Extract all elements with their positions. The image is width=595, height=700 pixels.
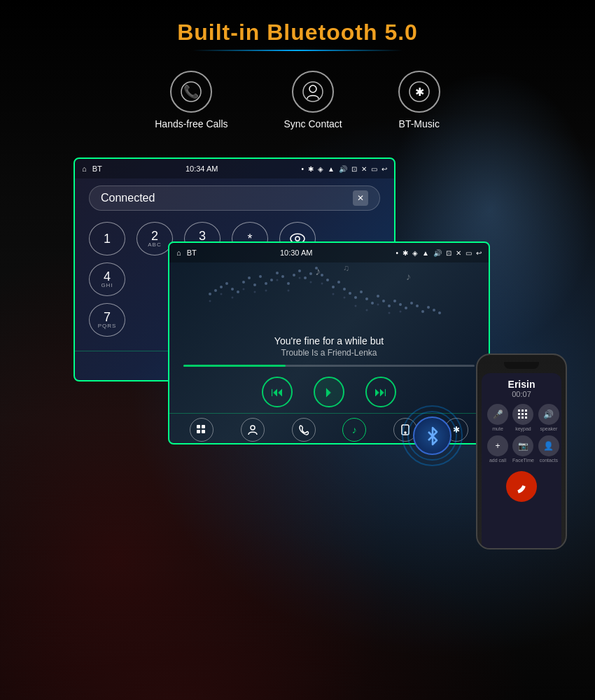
home-icon[interactable]: ⌂ (82, 164, 87, 173)
svg-point-24 (270, 279, 273, 281)
dial-4[interactable]: 4 GHI (89, 262, 125, 296)
header: Built-in Bluetooth 5.0 (0, 0, 595, 57)
svg-point-62 (288, 290, 290, 292)
speaker-icon: 🔊 (538, 404, 559, 425)
svg-point-54 (438, 312, 441, 314)
page-content: Built-in Bluetooth 5.0 📞 Hands-free Call… (0, 0, 595, 700)
svg-point-7 (295, 237, 300, 241)
end-call-button[interactable] (506, 471, 537, 502)
svg-text:♪: ♪ (315, 265, 321, 277)
speaker-label: speaker (540, 426, 557, 431)
svg-point-69 (366, 309, 368, 312)
mute-button[interactable]: 🎤 mute (487, 404, 508, 431)
svg-point-46 (393, 300, 396, 302)
keypad-button[interactable]: keypad (512, 404, 534, 431)
add-call-label: add call (489, 458, 506, 463)
svg-point-29 (298, 270, 301, 272)
svg-text:♪: ♪ (406, 271, 411, 282)
svg-rect-77 (202, 425, 205, 428)
svg-point-20 (248, 276, 251, 279)
call-duration: 00:07 (487, 390, 556, 398)
svg-point-17 (231, 288, 234, 290)
connected-text: Connected (101, 192, 155, 204)
svg-point-39 (354, 296, 357, 299)
contacts-label: contacts (540, 458, 558, 463)
facetime-label: FaceTime (512, 458, 534, 463)
svg-point-53 (433, 309, 435, 312)
connected-bar: Connected ✕ (89, 186, 380, 211)
svg-point-52 (427, 306, 430, 309)
svg-point-30 (304, 276, 307, 279)
keypad-label: keypad (515, 426, 531, 431)
svg-point-45 (388, 304, 391, 307)
play-pause-button[interactable]: ⏵ (314, 377, 344, 407)
status-bar-left: ⌂ BT (82, 164, 102, 173)
music-tab-person[interactable] (241, 418, 265, 442)
music-tab-phone[interactable] (292, 418, 316, 442)
svg-point-70 (377, 304, 379, 306)
svg-point-33 (321, 274, 323, 276)
sync-contact-label: Sync Contact (284, 118, 342, 130)
progress-bar-container[interactable] (183, 365, 475, 367)
svg-text:✱: ✱ (414, 86, 424, 98)
svg-point-49 (410, 302, 413, 304)
viz-svg: // This won't run in SVG context, dots p… (196, 262, 462, 326)
hands-free-icon: 📞 (170, 71, 212, 113)
svg-point-44 (382, 300, 385, 302)
song-info: You're fine for a while but Trouble Is a… (169, 332, 489, 360)
svg-point-60 (265, 290, 267, 292)
svg-rect-86 (518, 413, 520, 415)
music-time-display: 10:30 AM (280, 248, 312, 257)
status-icons: • ✱ ◈ ▲ 🔊 ⊡ ✕ ▭ ↩ (302, 165, 387, 173)
contacts-button[interactable]: 👤 contacts (538, 435, 559, 463)
music-home-icon[interactable]: ⌂ (176, 248, 181, 257)
svg-point-50 (416, 304, 419, 307)
svg-point-25 (276, 272, 279, 274)
svg-point-19 (242, 281, 245, 284)
svg-point-63 (299, 277, 301, 279)
prev-button[interactable]: ⏮ (262, 377, 293, 407)
svg-point-64 (310, 281, 312, 284)
bluetooth-icon (413, 416, 451, 455)
add-call-button[interactable]: + add call (487, 435, 508, 463)
mute-label: mute (492, 426, 503, 431)
bt-music-label: BT-Music (399, 118, 440, 130)
clear-button[interactable]: ✕ (353, 190, 368, 206)
svg-point-21 (253, 284, 256, 286)
music-status-bar: ⌂ BT 10:30 AM • ✱ ◈ ▲ 🔊 ⊡ ✕ ▭ ↩ (169, 243, 489, 262)
svg-rect-79 (202, 430, 205, 433)
add-call-icon: + (487, 435, 508, 456)
bt-glow (413, 416, 451, 455)
svg-point-51 (421, 310, 424, 313)
svg-point-72 (400, 311, 402, 313)
svg-point-65 (321, 283, 323, 285)
svg-point-26 (281, 275, 284, 278)
svg-rect-76 (197, 425, 200, 428)
svg-point-58 (243, 288, 245, 290)
svg-point-57 (232, 297, 234, 299)
svg-text:📞: 📞 (183, 84, 200, 99)
header-underline (192, 50, 402, 51)
svg-rect-83 (518, 410, 520, 412)
facetime-button[interactable]: 📷 FaceTime (512, 435, 534, 463)
svg-rect-84 (522, 410, 524, 412)
music-tab-grid[interactable] (190, 418, 214, 442)
svg-point-31 (309, 272, 312, 275)
phone-controls-grid: 🎤 mute (487, 404, 556, 463)
contacts-icon: 👤 (538, 435, 559, 456)
next-button[interactable]: ⏭ (365, 377, 396, 407)
svg-point-56 (220, 293, 223, 295)
progress-bar-fill (183, 365, 286, 367)
dial-7[interactable]: 7 PQRS (89, 303, 125, 337)
svg-point-41 (365, 298, 368, 300)
svg-point-14 (214, 289, 217, 292)
svg-point-37 (343, 288, 346, 290)
feature-bt-music: ✱ BT-Music (398, 71, 440, 130)
svg-point-66 (332, 293, 335, 295)
music-tab-note[interactable]: ♪ (342, 418, 366, 442)
svg-point-34 (326, 279, 329, 281)
song-artist: Trouble Is a Friend-Lenka (183, 348, 475, 358)
dial-1[interactable]: 1 (89, 222, 125, 255)
svg-point-27 (287, 282, 290, 285)
speaker-button[interactable]: 🔊 speaker (538, 404, 559, 431)
